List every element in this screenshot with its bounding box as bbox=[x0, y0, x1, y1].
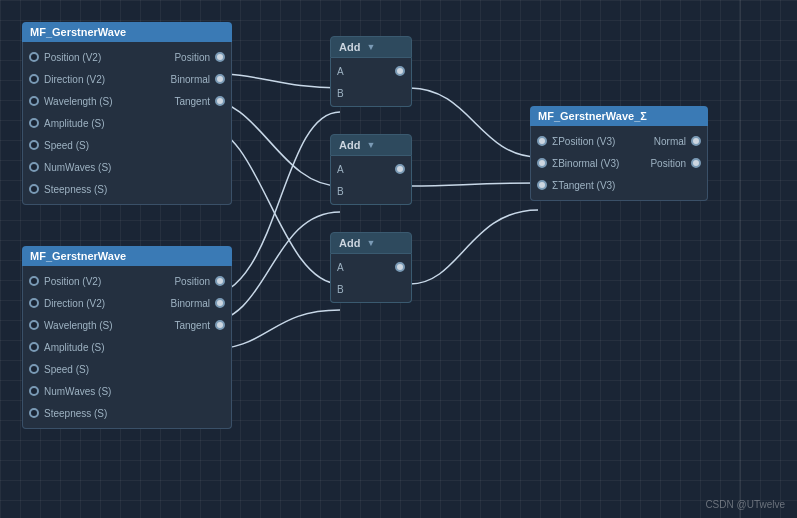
port-in[interactable] bbox=[29, 52, 39, 62]
dropdown-arrow[interactable]: ▼ bbox=[366, 238, 375, 248]
port-in[interactable] bbox=[29, 96, 39, 106]
port-in[interactable] bbox=[29, 118, 39, 128]
port-out-position-sum[interactable] bbox=[691, 158, 701, 168]
port-out-tangent2[interactable] bbox=[215, 320, 225, 330]
node-row: Amplitude (S) bbox=[23, 112, 231, 134]
watermark: CSDN @UTwelve bbox=[705, 499, 785, 510]
node-mf-sum: MF_GerstnerWave_Σ ΣPosition (V3) Normal … bbox=[530, 106, 708, 201]
node-row: B bbox=[331, 180, 411, 202]
port-in[interactable] bbox=[29, 342, 39, 352]
port-in[interactable] bbox=[29, 162, 39, 172]
node-row: B bbox=[331, 278, 411, 300]
port-out-binormal2[interactable] bbox=[215, 298, 225, 308]
port-in[interactable] bbox=[29, 276, 39, 286]
node-row: Speed (S) bbox=[23, 358, 231, 380]
node-row: Wavelength (S) Tangent bbox=[23, 90, 231, 112]
port-in[interactable] bbox=[29, 320, 39, 330]
node-header-mf1[interactable]: MF_GerstnerWave bbox=[22, 22, 232, 42]
node-row: Position (V2) Position bbox=[23, 46, 231, 68]
node-header-mf2[interactable]: MF_GerstnerWave bbox=[22, 246, 232, 266]
node-row: A bbox=[331, 256, 411, 278]
node-add-3: Add ▼ A B bbox=[330, 232, 412, 303]
port-in[interactable] bbox=[29, 184, 39, 194]
port-in-sum3[interactable] bbox=[537, 180, 547, 190]
node-add-1: Add ▼ A B bbox=[330, 36, 412, 107]
add-node-body-2: A B bbox=[330, 156, 412, 205]
dropdown-arrow[interactable]: ▼ bbox=[366, 140, 375, 150]
node-mf-gerstner-2: MF_GerstnerWave Position (V2) Position D… bbox=[22, 246, 232, 429]
add-node-body-1: A B bbox=[330, 58, 412, 107]
node-body-mf1: Position (V2) Position Direction (V2) Bi… bbox=[22, 42, 232, 205]
port-in[interactable] bbox=[29, 74, 39, 84]
node-mf-gerstner-1: MF_GerstnerWave Position (V2) Position D… bbox=[22, 22, 232, 205]
port-out-position2[interactable] bbox=[215, 276, 225, 286]
node-row: Amplitude (S) bbox=[23, 336, 231, 358]
dropdown-arrow[interactable]: ▼ bbox=[366, 42, 375, 52]
port-in-sum2[interactable] bbox=[537, 158, 547, 168]
node-row: NumWaves (S) bbox=[23, 156, 231, 178]
port-out-a1[interactable] bbox=[395, 66, 405, 76]
node-row: B bbox=[331, 82, 411, 104]
port-out-tangent[interactable] bbox=[215, 96, 225, 106]
port-out-normal[interactable] bbox=[691, 136, 701, 146]
node-row: ΣPosition (V3) Normal bbox=[531, 130, 707, 152]
node-row: Position (V2) Position bbox=[23, 270, 231, 292]
node-row: Wavelength (S) Tangent bbox=[23, 314, 231, 336]
node-row: NumWaves (S) bbox=[23, 380, 231, 402]
port-in[interactable] bbox=[29, 140, 39, 150]
node-row: ΣBinormal (V3) Position bbox=[531, 152, 707, 174]
port-out-a2[interactable] bbox=[395, 164, 405, 174]
add-node-header-1[interactable]: Add ▼ bbox=[330, 36, 412, 58]
port-in[interactable] bbox=[29, 298, 39, 308]
node-row: Direction (V2) Binormal bbox=[23, 292, 231, 314]
node-row: Speed (S) bbox=[23, 134, 231, 156]
node-row: A bbox=[331, 60, 411, 82]
node-body-sum: ΣPosition (V3) Normal ΣBinormal (V3) Pos… bbox=[530, 126, 708, 201]
port-in[interactable] bbox=[29, 386, 39, 396]
node-add-2: Add ▼ A B bbox=[330, 134, 412, 205]
add-node-header-3[interactable]: Add ▼ bbox=[330, 232, 412, 254]
node-body-mf2: Position (V2) Position Direction (V2) Bi… bbox=[22, 266, 232, 429]
node-row: Steepness (S) bbox=[23, 178, 231, 200]
port-out-position[interactable] bbox=[215, 52, 225, 62]
node-header-sum[interactable]: MF_GerstnerWave_Σ bbox=[530, 106, 708, 126]
node-row: ΣTangent (V3) bbox=[531, 174, 707, 196]
node-row: A bbox=[331, 158, 411, 180]
node-row: Direction (V2) Binormal bbox=[23, 68, 231, 90]
node-row: Steepness (S) bbox=[23, 402, 231, 424]
port-in-sum1[interactable] bbox=[537, 136, 547, 146]
port-in[interactable] bbox=[29, 364, 39, 374]
add-node-body-3: A B bbox=[330, 254, 412, 303]
port-out-a3[interactable] bbox=[395, 262, 405, 272]
port-in[interactable] bbox=[29, 408, 39, 418]
port-out-binormal[interactable] bbox=[215, 74, 225, 84]
add-node-header-2[interactable]: Add ▼ bbox=[330, 134, 412, 156]
